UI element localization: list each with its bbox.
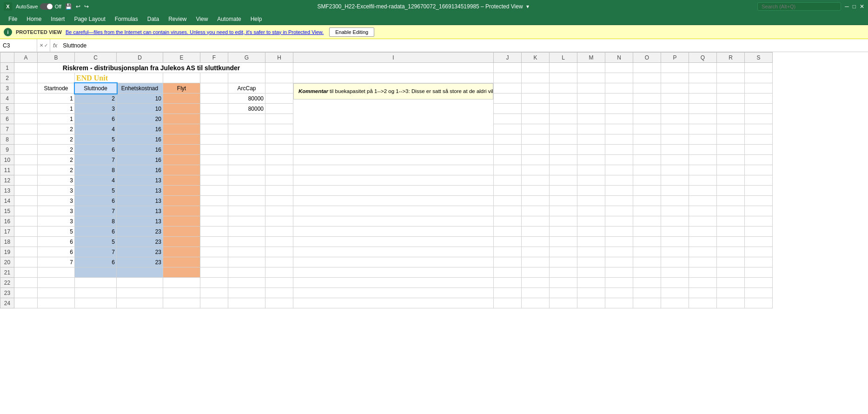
cell-f20[interactable] [200, 257, 228, 267]
cell-j3[interactable] [494, 83, 522, 93]
cell-k7[interactable] [522, 124, 550, 134]
autosave-toggle[interactable]: AutoSave Off [16, 3, 61, 10]
cell-g10[interactable] [228, 155, 265, 165]
cell-a21[interactable] [14, 267, 38, 278]
cell-n21[interactable] [605, 267, 633, 278]
cell-s5[interactable] [745, 104, 773, 114]
cell-p13[interactable] [661, 186, 689, 196]
cell-j6[interactable] [494, 114, 522, 124]
cell-r20[interactable] [717, 257, 745, 267]
col-header-g[interactable]: G [228, 53, 265, 63]
cell-m22[interactable] [577, 278, 605, 288]
col-header-a[interactable]: A [14, 53, 38, 63]
cell-f16[interactable] [200, 216, 228, 227]
cell-q4[interactable] [689, 93, 717, 104]
cell-n19[interactable] [605, 247, 633, 257]
cell-f24[interactable] [200, 298, 228, 308]
cell-l6[interactable] [550, 114, 577, 124]
cell-d11[interactable]: 16 [117, 165, 163, 175]
cell-p10[interactable] [661, 155, 689, 165]
cell-b18[interactable]: 6 [38, 237, 75, 247]
cell-k11[interactable] [522, 165, 550, 175]
cell-h24[interactable] [265, 298, 293, 308]
cell-p20[interactable] [661, 257, 689, 267]
cell-l10[interactable] [550, 155, 577, 165]
cell-n13[interactable] [605, 186, 633, 196]
cell-g7[interactable] [228, 124, 265, 134]
cell-f11[interactable] [200, 165, 228, 175]
cell-k2[interactable] [522, 73, 550, 83]
cell-g24[interactable] [228, 298, 265, 308]
cell-k24[interactable] [522, 298, 550, 308]
cell-s17[interactable] [745, 227, 773, 237]
cell-q16[interactable] [689, 216, 717, 227]
cell-p22[interactable] [661, 278, 689, 288]
cell-c11[interactable]: 8 [75, 165, 117, 175]
cell-h15[interactable] [265, 206, 293, 216]
col-header-o[interactable]: O [633, 53, 661, 63]
cell-k15[interactable] [522, 206, 550, 216]
cell-d13[interactable]: 13 [117, 186, 163, 196]
cell-d6[interactable]: 20 [117, 114, 163, 124]
cell-s19[interactable] [745, 247, 773, 257]
cell-o2[interactable] [633, 73, 661, 83]
spreadsheet[interactable]: A B C D E F G H I J K L M N O P Q R S [0, 52, 868, 308]
menu-data[interactable]: Data [143, 14, 164, 24]
cell-c17[interactable]: 6 [75, 227, 117, 237]
cell-f4[interactable] [200, 93, 228, 104]
cell-c12[interactable]: 4 [75, 175, 117, 186]
cell-s14[interactable] [745, 196, 773, 206]
cell-g19[interactable] [228, 247, 265, 257]
enable-editing-button[interactable]: Enable Editing [329, 27, 374, 37]
cell-m16[interactable] [577, 216, 605, 227]
cell-f13[interactable] [200, 186, 228, 196]
cell-e16[interactable] [163, 216, 200, 227]
col-header-s[interactable]: S [745, 53, 773, 63]
cell-l13[interactable] [550, 186, 577, 196]
cell-l18[interactable] [550, 237, 577, 247]
cell-j2[interactable] [494, 73, 522, 83]
col-header-h[interactable]: H [265, 53, 293, 63]
cell-f8[interactable] [200, 134, 228, 145]
formula-input[interactable]: Sluttnode [60, 42, 868, 49]
cell-s6[interactable] [745, 114, 773, 124]
cell-m1[interactable] [577, 63, 605, 73]
cell-a24[interactable] [14, 298, 38, 308]
cell-l3[interactable] [550, 83, 577, 93]
cell-m8[interactable] [577, 134, 605, 145]
cell-q1[interactable] [689, 63, 717, 73]
cell-b8[interactable]: 2 [38, 134, 75, 145]
cell-l20[interactable] [550, 257, 577, 267]
cell-f21[interactable] [200, 267, 228, 278]
cell-l19[interactable] [550, 247, 577, 257]
menu-formulas[interactable]: Formulas [110, 14, 143, 24]
cell-f23[interactable] [200, 288, 228, 298]
cell-j21[interactable] [494, 267, 522, 278]
name-box[interactable]: C3 [0, 39, 37, 52]
cell-h2[interactable] [265, 73, 293, 83]
dropdown-icon[interactable]: ▾ [526, 3, 529, 10]
cell-b17[interactable]: 5 [38, 227, 75, 237]
cell-m12[interactable] [577, 175, 605, 186]
cell-o5[interactable] [633, 104, 661, 114]
cell-d21[interactable] [117, 267, 163, 278]
cell-k20[interactable] [522, 257, 550, 267]
col-header-e[interactable]: E [163, 53, 200, 63]
row-header-14[interactable]: 14 [0, 196, 14, 206]
cell-e5[interactable] [163, 104, 200, 114]
search-input[interactable] [757, 2, 841, 11]
cell-s21[interactable] [745, 267, 773, 278]
cell-j14[interactable] [494, 196, 522, 206]
cell-r6[interactable] [717, 114, 745, 124]
cell-o14[interactable] [633, 196, 661, 206]
row-header-3[interactable]: 3 [0, 83, 14, 93]
cell-i15[interactable] [293, 206, 494, 216]
cell-h14[interactable] [265, 196, 293, 206]
cell-h1[interactable] [265, 63, 293, 73]
cell-p14[interactable] [661, 196, 689, 206]
cell-m24[interactable] [577, 298, 605, 308]
cell-e6[interactable] [163, 114, 200, 124]
cell-e4[interactable] [163, 93, 200, 104]
cell-p6[interactable] [661, 114, 689, 124]
cell-k17[interactable] [522, 227, 550, 237]
